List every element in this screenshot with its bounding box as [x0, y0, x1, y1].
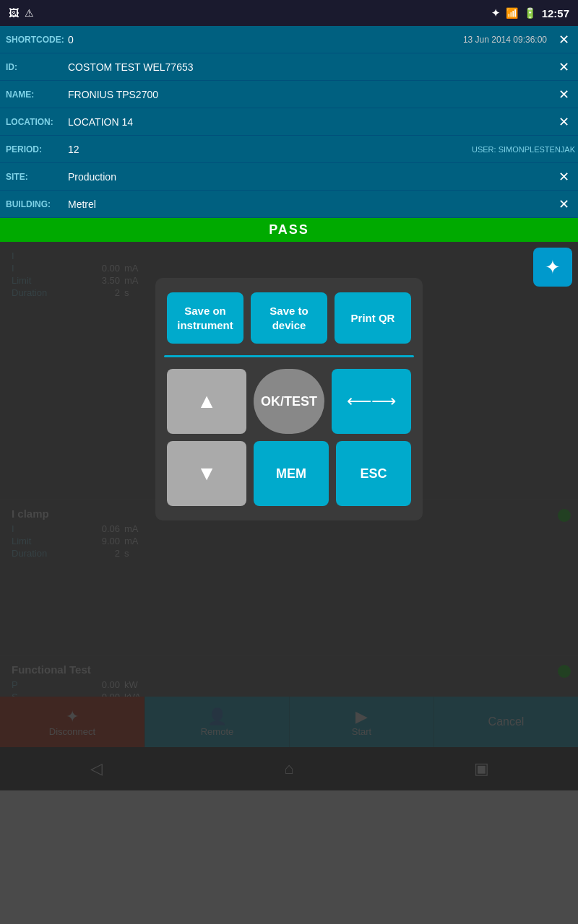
name-close-btn[interactable]: ✕: [550, 87, 578, 103]
modal-panel: Save on instrument Save to device Print …: [155, 278, 423, 520]
location-close-btn[interactable]: ✕: [550, 114, 578, 130]
site-value: Production: [65, 171, 550, 183]
arrow-down-button[interactable]: ▼: [167, 441, 246, 506]
header-section: SHORTCODE: 0 13 Jun 2014 09:36:00 ✕ ID: …: [0, 26, 578, 218]
location-value: LOCATION 14: [65, 116, 550, 128]
esc-button[interactable]: ESC: [336, 441, 411, 506]
save-on-instrument-button[interactable]: Save on instrument: [167, 292, 243, 344]
shortcode-label: SHORTCODE:: [0, 35, 65, 45]
name-row: NAME: FRONIUS TPS2700 ✕: [0, 81, 578, 108]
nav-row-top: ▲ OK/TEST ⟵⟶: [167, 369, 411, 434]
clock: 12:57: [542, 7, 569, 19]
alert-icon: ⚠: [25, 7, 34, 19]
site-close-btn[interactable]: ✕: [550, 169, 578, 185]
status-right-icons: ✦ 📶 🔋 12:57: [491, 7, 569, 19]
nav-buttons: ▲ OK/TEST ⟵⟶ ▼ MEM ESC: [167, 369, 411, 506]
modal-divider: [164, 355, 414, 357]
bluetooth-modal-btn[interactable]: ✦: [533, 248, 572, 287]
arrow-up-button[interactable]: ▲: [167, 369, 246, 434]
status-left-icons: 🖼 ⚠: [9, 7, 34, 19]
wifi-icon: 📶: [506, 7, 518, 19]
location-row: LOCATION: LOCATION 14 ✕: [0, 108, 578, 136]
arrow-up-icon: ▲: [197, 390, 217, 413]
shortcode-close-btn[interactable]: ✕: [550, 32, 578, 48]
bluetooth-icon: ✦: [545, 256, 561, 279]
period-label: PERIOD:: [0, 144, 65, 154]
mem-button[interactable]: MEM: [254, 441, 329, 506]
period-value: 12: [65, 144, 472, 155]
id-value: COSTOM TEST WEL77653: [65, 61, 550, 73]
building-row: BUILDING: Metrel ✕: [0, 191, 578, 218]
battery-icon: 🔋: [524, 7, 536, 19]
ok-test-button[interactable]: OK/TEST: [254, 369, 324, 434]
shortcode-row: SHORTCODE: 0 13 Jun 2014 09:36:00 ✕: [0, 26, 578, 53]
arrow-down-icon: ▼: [197, 462, 217, 485]
name-value: FRONIUS TPS2700: [65, 89, 550, 100]
arrows-button[interactable]: ⟵⟶: [332, 369, 411, 434]
status-bar: 🖼 ⚠ ✦ 📶 🔋 12:57: [0, 0, 578, 26]
shortcode-value: 0: [65, 34, 306, 45]
main-content: I I 0.00 mA Limit 3.50 mA Duration 2 s ✦…: [0, 242, 578, 790]
id-close-btn[interactable]: ✕: [550, 59, 578, 75]
user-label: USER: SIMONPLESTENJAK: [472, 145, 575, 154]
id-row: ID: COSTOM TEST WEL77653 ✕: [0, 53, 578, 81]
bluetooth-status-icon: ✦: [491, 7, 500, 19]
location-label: LOCATION:: [0, 117, 65, 127]
site-label: SITE:: [0, 172, 65, 182]
photo-icon: 🖼: [9, 7, 19, 19]
period-row: PERIOD: 12 USER: SIMONPLESTENJAK: [0, 136, 578, 163]
action-buttons-row: Save on instrument Save to device Print …: [167, 292, 411, 344]
site-row: SITE: Production ✕: [0, 163, 578, 191]
pass-banner: PASS: [0, 218, 578, 242]
name-label: NAME:: [0, 90, 65, 100]
building-close-btn[interactable]: ✕: [550, 196, 578, 212]
building-label: BUILDING:: [0, 199, 65, 209]
id-label: ID:: [0, 62, 65, 72]
building-value: Metrel: [65, 199, 550, 210]
save-to-device-button[interactable]: Save to device: [251, 292, 327, 344]
print-qr-button[interactable]: Print QR: [335, 292, 411, 344]
arrows-icon: ⟵⟶: [347, 391, 396, 411]
date-value: 13 Jun 2014 09:36:00: [306, 35, 551, 45]
nav-row-bottom: ▼ MEM ESC: [167, 441, 411, 506]
